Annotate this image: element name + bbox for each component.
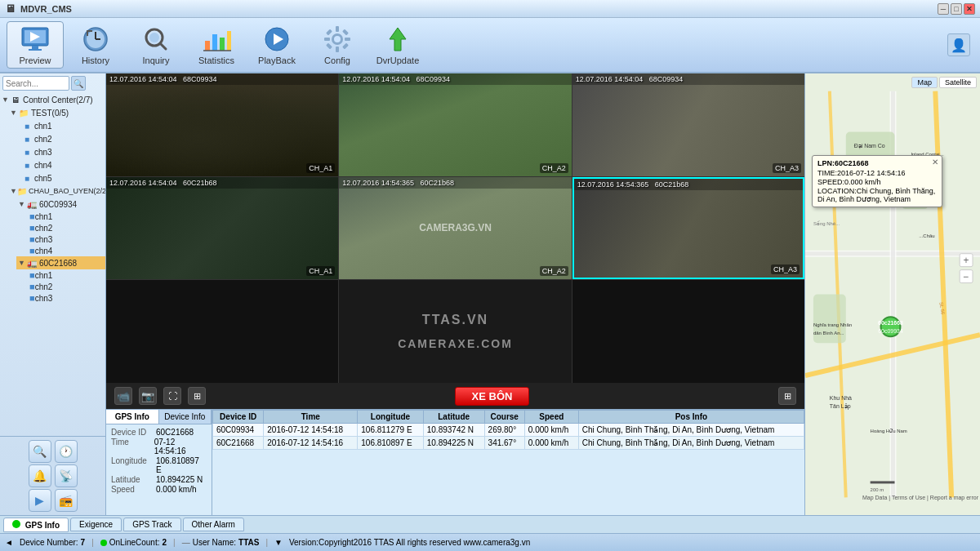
test-group[interactable]: ▼ 📁 TEST(0/5) <box>8 106 105 119</box>
tab-other-alarm[interactable]: Other Alarm <box>183 518 244 531</box>
control-center-label: Control Center(2/7) <box>23 96 93 104</box>
svg-rect-28 <box>342 43 349 50</box>
center-panel: 12.07.2016 14:54:04 68C09934 CH_A1 12.07… <box>106 73 804 515</box>
cell-device-id: 60C09934 <box>213 424 264 437</box>
cam6-overlay: 12.07.2016 14:54:365 60C21b68 <box>574 179 803 190</box>
toolbar-history[interactable]: History <box>67 21 124 69</box>
d1-channels: ■ chn1 ■ chn2 ■ chn3 <box>16 211 105 256</box>
toolbar-config[interactable]: Config <box>309 21 366 69</box>
d1-chn2[interactable]: ■ chn2 <box>24 222 105 233</box>
device-60c09934[interactable]: ▼ 🚛 60C09934 <box>16 198 105 211</box>
status-dropdown[interactable]: ▼ <box>274 538 283 547</box>
svg-rect-4 <box>29 49 42 51</box>
cam3-overlay: 12.07.2016 14:54:04 68C09934 <box>572 73 804 85</box>
content-area: 🔍 ▼ 🖥 Control Center(2/7) ▼ 📁 TEST(0/5) <box>0 73 980 515</box>
gps-side-panel: GPS Info Device Info Device ID 60C21668 … <box>106 410 212 515</box>
tree-channel-chn4[interactable]: ■ chn4 <box>16 158 105 171</box>
tree-root[interactable]: ▼ 🖥 Control Center(2/7) <box>0 93 105 106</box>
map-tab-satellite[interactable]: Satellite <box>939 77 977 88</box>
walkie-ctrl-btn[interactable]: 📻 <box>55 489 78 512</box>
clock-ctrl-btn[interactable]: 🕐 <box>55 440 78 463</box>
col-speed: Speed <box>524 411 578 424</box>
device-60c09934-children: ▼ 🚛 60C09934 ■ chn1 ■ chn2 <box>8 198 105 256</box>
test-icon: 📁 <box>18 107 29 118</box>
xe-bon-button[interactable]: XE BÔN <box>455 387 530 406</box>
toolbar-preview[interactable]: Preview <box>7 21 64 69</box>
table-row[interactable]: 60C09934 2016-07-12 14:54:18 106.811279 … <box>213 424 804 437</box>
video-cell-6: 12.07.2016 14:54:365 60C21b68 CH_A3 <box>572 177 804 280</box>
gps-latitude-row: Latitude 10.894225 N <box>111 475 207 484</box>
svg-rect-13 <box>212 34 217 51</box>
chn2-label: chn2 <box>34 135 52 144</box>
online-val: 2 <box>163 538 167 547</box>
close-btn[interactable]: ✕ <box>964 3 975 15</box>
camera-btn[interactable]: 📹 <box>114 387 132 405</box>
cam4-label: CH_A1 <box>306 266 335 276</box>
map-popup-close[interactable]: ✕ <box>932 158 938 167</box>
user-icon: 👤 <box>947 33 970 56</box>
d1-chn3[interactable]: ■ chn3 <box>24 233 105 245</box>
svg-rect-27 <box>326 43 332 50</box>
maximize-btn[interactable]: □ <box>951 3 962 15</box>
status-sep-1: | <box>91 538 94 547</box>
cell-course: 341.67° <box>484 437 524 450</box>
svg-text:Nghĩa trang Nhân: Nghĩa trang Nhân <box>813 322 852 327</box>
layout-btn[interactable]: ⊞ <box>778 387 796 405</box>
gps-info-tab[interactable]: GPS Info <box>106 410 159 424</box>
device-60c21668[interactable]: ▼ 🚛 60C21668 <box>16 256 105 269</box>
gps-latitude-key: Latitude <box>111 475 156 484</box>
d2-chn2[interactable]: ■ chn2 <box>24 281 105 292</box>
search-btn[interactable]: 🔍 <box>71 76 86 91</box>
d1-chn1[interactable]: ■ chn1 <box>24 211 105 222</box>
cam5-watermark: CAMERA3G.VN <box>419 222 492 233</box>
tab-exigence[interactable]: Exigence <box>70 518 122 531</box>
sidebar-controls: 🔍 🕐 🔔 📡 ▶ 📻 <box>0 436 105 515</box>
alert-ctrl-btn[interactable]: 🔔 <box>29 464 51 487</box>
cell-pos-info: Chi Chung, Bình Thắng, Di An, Bình Dương… <box>578 424 804 437</box>
cell-device-id: 60C21668 <box>213 437 264 450</box>
screenshot-btn[interactable]: 📷 <box>139 387 157 405</box>
search-ctrl-btn[interactable]: 🔍 <box>29 440 51 463</box>
d2-chn3[interactable]: ■ chn3 <box>24 292 105 304</box>
minimize-btn[interactable]: ─ <box>938 3 949 15</box>
toolbar-statistics[interactable]: Statistics <box>188 21 245 69</box>
status-version: Version:Copyright2016 TTAS All rights re… <box>289 538 530 547</box>
chn4-label: chn4 <box>34 161 52 170</box>
control-center-icon: 🖥 <box>10 94 21 105</box>
tree-channel-chn1[interactable]: ■ chn1 <box>16 119 105 132</box>
tree-channel-chn5[interactable]: ■ chn5 <box>16 171 105 184</box>
chau-label: CHAU_BAO_UYEN(2/2) <box>29 187 105 195</box>
table-row[interactable]: 60C21668 2016-07-12 14:54:16 106.810897 … <box>213 437 804 450</box>
gps-latitude-val: 10.894225 N <box>156 475 203 484</box>
chn3-icon: ■ <box>21 146 33 158</box>
main-toolbar: Preview History <box>0 18 980 73</box>
toolbar-playback[interactable]: PlayBack <box>248 21 305 69</box>
tab-gps-info[interactable]: GPS Info <box>3 518 69 532</box>
d2-chn1[interactable]: ■ chn1 <box>24 269 105 281</box>
video-cell-1: 12.07.2016 14:54:04 68C09934 CH_A1 <box>106 73 338 176</box>
play-ctrl-btn[interactable]: ▶ <box>29 489 51 512</box>
toolbar-dvrupdate[interactable]: DvrUpdate <box>369 21 426 69</box>
device-info-tab[interactable]: Device Info <box>159 410 212 424</box>
d1-toggle: ▼ <box>18 200 26 208</box>
playback-label: PlayBack <box>258 56 296 65</box>
tree-channel-chn3[interactable]: ■ chn3 <box>16 145 105 158</box>
fullscreen-btn[interactable]: ⛶ <box>163 387 181 405</box>
map-tab-map[interactable]: Map <box>911 77 938 88</box>
svg-rect-23 <box>324 38 330 41</box>
device-number-val: 7 <box>81 538 86 547</box>
d1-chn4[interactable]: ■ chn4 <box>24 245 105 256</box>
chn4-icon: ■ <box>21 159 33 171</box>
chau-group[interactable]: ▼ 📁 CHAU_BAO_UYEN(2/2) <box>8 184 105 198</box>
popup-speed: SPEED:0.000 km/h <box>817 178 937 186</box>
cam2-overlay: 12.07.2016 14:54:04 68C09934 <box>339 73 571 85</box>
map-panel: Map Satellite Đại Nam Co <box>804 73 980 515</box>
gps-speed-val: 0.000 km/h <box>156 485 196 494</box>
search-input[interactable] <box>2 76 69 91</box>
unknown-ctrl-btn[interactable]: 📡 <box>55 464 78 487</box>
toolbar-inquiry[interactable]: Inquiry <box>127 21 185 69</box>
tab-gps-track[interactable]: GPS Track <box>123 518 180 531</box>
grid-btn[interactable]: ⊞ <box>188 387 206 405</box>
bottom-tabs-row: GPS Info Exigence GPS Track Other Alarm <box>0 515 980 533</box>
tree-channel-chn2[interactable]: ■ chn2 <box>16 132 105 145</box>
